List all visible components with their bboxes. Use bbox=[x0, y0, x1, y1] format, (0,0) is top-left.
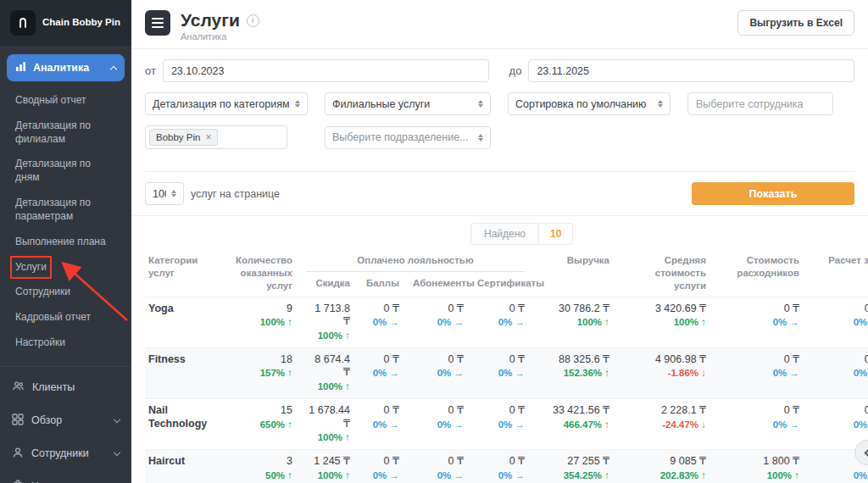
chip-remove-icon[interactable]: × bbox=[205, 132, 211, 142]
table-row: Fitness18157% ↑8 674.4 ₸100% ↑0 ₸0% →0 ₸… bbox=[145, 347, 868, 398]
analytics-icon bbox=[15, 61, 26, 75]
info-icon[interactable]: i bbox=[247, 14, 259, 27]
page-title: Услуги bbox=[181, 10, 240, 31]
page-header: Услуги i Аналитика Выгрузить в Excel bbox=[131, 0, 868, 49]
sidebar-subitem-3[interactable]: Детализация по параметрам bbox=[0, 191, 131, 230]
value-cell: 0 ₸0% → bbox=[406, 347, 470, 398]
brand[interactable]: Chain Bobby Pin bbox=[0, 0, 131, 46]
services-type-select[interactable]: Филиальные услуги bbox=[325, 92, 491, 115]
sidebar: Chain Bobby Pin Аналитика Сводный отчетД… bbox=[0, 0, 131, 483]
export-excel-button[interactable]: Выгрузить в Excel bbox=[737, 10, 854, 36]
trend-up-icon: ↑ bbox=[345, 432, 350, 442]
trend-right-icon: → bbox=[390, 470, 400, 480]
show-button[interactable]: Показать bbox=[692, 182, 854, 205]
sort-select[interactable]: Сортировка по умолчанию bbox=[508, 92, 670, 115]
date-to-input[interactable] bbox=[528, 59, 854, 82]
col-consumables: Стоимость расходников bbox=[713, 250, 806, 297]
sidebar-subitem-label: Детализация по дням bbox=[15, 158, 116, 185]
select-filter-row: Детализация по категориям Филиальные усл… bbox=[145, 92, 854, 115]
trend-right-icon: → bbox=[454, 317, 465, 327]
sidebar-subitem-1[interactable]: Детализация по филиалам bbox=[0, 114, 131, 153]
table-header: Категории услуг Количество оказанных усл… bbox=[145, 250, 868, 297]
sidebar-subitem-0[interactable]: Сводный отчет bbox=[0, 88, 131, 114]
branch-tag-input[interactable]: Bobby Pin × bbox=[145, 125, 287, 149]
per-page-row: 100 услуг на странице Показать bbox=[131, 172, 868, 215]
trend-right-icon: → bbox=[454, 470, 465, 480]
division-select[interactable]: Выберите подразделение... bbox=[325, 126, 491, 149]
sidebar-item-label: Клиенты bbox=[32, 381, 120, 393]
trend-right-icon: → bbox=[390, 317, 400, 327]
category-cell: Haircut bbox=[145, 449, 220, 483]
sidebar-subitem-label: Выполнение плана bbox=[15, 236, 106, 249]
value-cell: 0 ₸0% → bbox=[713, 347, 806, 398]
value-cell: 0 ₸0% → bbox=[406, 398, 470, 449]
detail-select[interactable]: Детализация по категориям bbox=[145, 92, 308, 115]
select-caret-icon bbox=[478, 131, 483, 144]
value-cell: 33 421.56 ₸466.47% ↑ bbox=[531, 398, 616, 449]
chevron-down-icon bbox=[114, 449, 120, 456]
employee-input[interactable] bbox=[687, 92, 833, 115]
clients-icon bbox=[12, 380, 25, 395]
staff-icon bbox=[12, 447, 24, 461]
hamburger-menu-button[interactable] bbox=[145, 10, 170, 36]
value-cell: 9 085 ₸202.83% ↑ bbox=[616, 449, 713, 483]
sidebar-subitem-label: Сотрудники bbox=[15, 286, 70, 299]
page: Chain Bobby Pin Аналитика Сводный отчетД… bbox=[0, 0, 868, 483]
date-from-input[interactable] bbox=[163, 59, 489, 82]
sidebar-subitem-label: Кадровый отчет bbox=[15, 311, 91, 325]
sidebar-item-3[interactable]: Услуги bbox=[0, 470, 131, 483]
services-table: Категории услуг Количество оказанных усл… bbox=[145, 250, 868, 483]
value-cell: 0 ₸0% → bbox=[406, 297, 470, 347]
sidebar-subitem-2[interactable]: Детализация по дням bbox=[0, 152, 131, 191]
value-cell: 2 228.1 ₸-24.47% ↓ bbox=[616, 398, 713, 449]
sidebar-subitem-7[interactable]: Кадровый отчет bbox=[0, 305, 131, 330]
trend-right-icon: → bbox=[515, 368, 526, 378]
trend-up-icon: ↑ bbox=[287, 368, 292, 378]
value-cell: 0 ₸0% → bbox=[470, 347, 531, 398]
trend-up-icon: ↑ bbox=[701, 470, 706, 480]
sidebar-item-1[interactable]: Обзор bbox=[0, 404, 131, 437]
per-page-select[interactable]: 100 bbox=[145, 182, 184, 205]
sidebar-item-analytics[interactable]: Аналитика bbox=[7, 54, 125, 81]
sidebar-item-0[interactable]: Клиенты bbox=[0, 370, 131, 404]
results-tabs-row: Найдено 10 bbox=[131, 216, 868, 245]
value-cell: 18157% ↑ bbox=[220, 347, 299, 398]
brand-logo-icon bbox=[10, 10, 36, 36]
trend-right-icon: → bbox=[390, 419, 400, 430]
table-body: Yoga9100% ↑1 713.8 ₸100% ↑0 ₸0% →0 ₸0% →… bbox=[145, 297, 868, 483]
sidebar-subitem-label: Сводный отчет bbox=[15, 94, 86, 108]
value-cell: 350% ↑ bbox=[220, 449, 299, 483]
trend-down-icon: ↓ bbox=[701, 368, 706, 378]
sidebar-subitem-5[interactable]: Услуги bbox=[0, 255, 131, 280]
col-revenue: Выручка bbox=[531, 250, 616, 297]
col-avg-cost: Средняя стоимость услуги bbox=[616, 250, 713, 297]
sidebar-subitem-label: Настройки bbox=[15, 336, 65, 350]
trend-right-icon: → bbox=[515, 317, 526, 327]
sidebar-subitem-6[interactable]: Сотрудники bbox=[0, 280, 131, 305]
date-from-label: от bbox=[145, 64, 156, 77]
value-cell: 0 ₸0% → bbox=[470, 449, 531, 483]
value-cell: 4 906.98 ₸-1.86% ↓ bbox=[616, 347, 713, 398]
trend-right-icon: → bbox=[515, 419, 526, 430]
trend-up-icon: ↑ bbox=[345, 470, 350, 480]
brand-name: Chain Bobby Pin bbox=[42, 17, 120, 29]
results-tab[interactable]: Найдено 10 bbox=[470, 223, 573, 245]
value-cell: 88 325.6 ₸152.36% ↑ bbox=[531, 347, 616, 398]
sidebar-subitem-8[interactable]: Настройки bbox=[0, 330, 131, 356]
trend-right-icon: → bbox=[454, 368, 465, 378]
value-cell: 9100% ↑ bbox=[220, 297, 299, 347]
col-certificates: Сертификаты bbox=[470, 272, 531, 297]
branch-chip[interactable]: Bobby Pin × bbox=[149, 129, 218, 146]
trend-up-icon: ↑ bbox=[701, 317, 706, 327]
sidebar-bottom-menu: КлиентыОбзорСотрудникиУслуги bbox=[0, 366, 131, 483]
table-row: Yoga9100% ↑1 713.8 ₸100% ↑0 ₸0% →0 ₸0% →… bbox=[145, 297, 868, 347]
value-cell: 15650% ↑ bbox=[220, 398, 299, 449]
value-cell: 30 786.2 ₸100% ↑ bbox=[531, 297, 616, 347]
page-subtitle: Аналитика bbox=[181, 31, 259, 42]
select-caret-icon bbox=[295, 97, 300, 110]
trend-right-icon: → bbox=[790, 419, 800, 430]
sidebar-subitem-4[interactable]: Выполнение плана bbox=[0, 230, 131, 255]
trend-up-icon: ↑ bbox=[345, 330, 350, 341]
sidebar-item-2[interactable]: Сотрудники bbox=[0, 437, 131, 470]
select-caret-icon bbox=[171, 187, 176, 200]
